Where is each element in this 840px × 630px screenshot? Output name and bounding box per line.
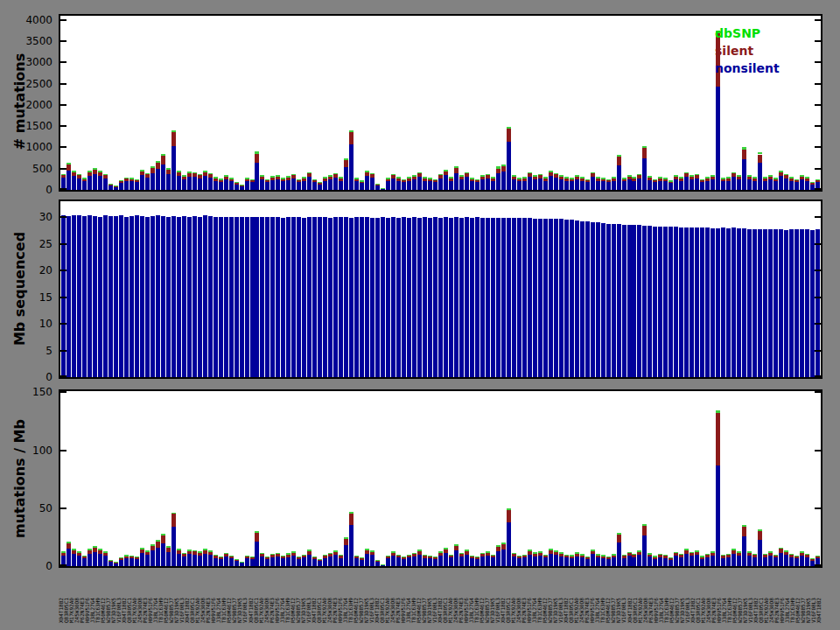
y-tick-mark bbox=[815, 19, 821, 21]
y-tick-mark bbox=[815, 508, 821, 509]
y-tick-mark bbox=[815, 104, 821, 106]
y-tick-mark bbox=[60, 168, 66, 170]
y-tick-mark bbox=[60, 270, 66, 271]
y-axis-title-mb-sequenced: Mb sequenced bbox=[11, 232, 28, 346]
y-tick-label: 4000 bbox=[25, 15, 52, 25]
y-tick-mark bbox=[815, 243, 821, 245]
y-tick-label: 10 bbox=[39, 318, 52, 329]
y-tick-mark bbox=[60, 375, 66, 377]
y-tick-mark bbox=[815, 450, 821, 452]
y-tick-mark bbox=[815, 297, 821, 298]
y-tick-mark bbox=[60, 104, 66, 106]
y-tick-label: 5 bbox=[46, 346, 52, 356]
y-tick-mark bbox=[815, 350, 821, 352]
y-tick-mark bbox=[815, 61, 821, 63]
y-tick-label: 100 bbox=[32, 445, 52, 456]
y-tick-mark bbox=[60, 564, 66, 566]
y-tick-mark bbox=[60, 19, 66, 21]
y-tick-mark bbox=[60, 391, 66, 393]
y-tick-mark bbox=[815, 188, 821, 190]
y-tick-mark bbox=[815, 323, 821, 325]
y-tick-label: 0 bbox=[46, 185, 52, 195]
y-tick-label: 0 bbox=[46, 372, 52, 382]
y-axis-title-mutations-per-mb: mutations / Mb bbox=[11, 419, 28, 538]
y-tick-mark bbox=[815, 83, 821, 85]
mutations-count-ticks: 05001000150020002500300035004000 bbox=[60, 16, 821, 190]
y-tick-mark bbox=[60, 216, 66, 218]
mutations-per-mb-ticks: 050100150 bbox=[60, 391, 821, 566]
y-tick-label: 25 bbox=[39, 239, 52, 249]
legend-item-silent: silent bbox=[715, 42, 780, 60]
y-tick-label: 3500 bbox=[25, 36, 52, 46]
y-tick-mark bbox=[815, 375, 821, 377]
y-tick-mark bbox=[815, 146, 821, 148]
mb-sequenced-ticks: 051015202530 bbox=[60, 201, 821, 377]
y-tick-mark bbox=[60, 188, 66, 190]
y-tick-mark bbox=[815, 216, 821, 218]
y-tick-mark bbox=[815, 564, 821, 566]
mutations-per-mb-plot: 050100150 bbox=[59, 389, 822, 568]
y-tick-label: 500 bbox=[32, 164, 52, 174]
mb-sequenced-plot: 051015202530 bbox=[59, 200, 822, 379]
y-tick-label: 1500 bbox=[25, 121, 52, 131]
y-tick-mark bbox=[815, 168, 821, 170]
y-tick-label: 3000 bbox=[25, 57, 52, 67]
legend: dbSNP silent nonsilent bbox=[715, 24, 780, 77]
y-tick-mark bbox=[60, 83, 66, 85]
y-tick-mark bbox=[815, 270, 821, 271]
y-tick-mark bbox=[60, 450, 66, 452]
x-tick-sample-label: X04T18B2 bbox=[816, 574, 822, 623]
legend-item-dbsnp: dbSNP bbox=[715, 24, 780, 42]
y-tick-label: 20 bbox=[39, 265, 52, 276]
y-tick-label: 2000 bbox=[25, 100, 52, 110]
y-tick-label: 0 bbox=[46, 561, 52, 571]
y-tick-label: 1000 bbox=[25, 142, 52, 152]
y-tick-mark bbox=[60, 508, 66, 509]
y-tick-mark bbox=[60, 61, 66, 63]
y-tick-label: 50 bbox=[39, 503, 52, 514]
y-tick-mark bbox=[60, 40, 66, 42]
y-tick-mark bbox=[815, 40, 821, 42]
y-tick-mark bbox=[815, 391, 821, 393]
x-axis-sample-labels: X04T18B2Q83R05C1M17K92A0Z45W30D8P62N74E3… bbox=[59, 574, 822, 625]
y-tick-mark bbox=[60, 297, 66, 298]
y-tick-mark bbox=[60, 146, 66, 148]
y-tick-mark bbox=[60, 243, 66, 245]
y-tick-label: 2500 bbox=[25, 79, 52, 89]
y-tick-label: 30 bbox=[39, 212, 52, 222]
y-tick-label: 15 bbox=[39, 292, 52, 303]
mutations-count-plot: 05001000150020002500300035004000 dbSNP s… bbox=[59, 14, 822, 192]
legend-item-nonsilent: nonsilent bbox=[715, 60, 780, 77]
y-tick-mark bbox=[60, 323, 66, 325]
y-tick-mark bbox=[60, 125, 66, 127]
y-tick-label: 150 bbox=[32, 387, 52, 397]
y-tick-mark bbox=[815, 125, 821, 127]
y-tick-mark bbox=[60, 350, 66, 352]
